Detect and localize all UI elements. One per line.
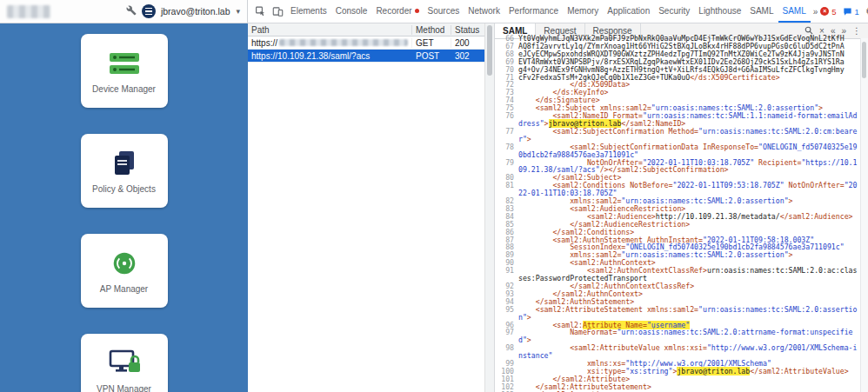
issues-badge[interactable]: 1 (843, 7, 859, 17)
app-logo (7, 5, 50, 18)
devtools-tab-performance[interactable]: Performance (504, 0, 563, 23)
line-number: 98 (497, 344, 518, 360)
main-area: Device ManagerPolicy & ObjectsAP Manager… (0, 23, 868, 392)
devtools-tab-application[interactable]: Application (603, 0, 654, 23)
request-path: https://10.109.21.38/saml/?acs (248, 51, 412, 61)
devtools-tab-saml[interactable]: SAML (745, 0, 778, 23)
code-text: <saml2:Conditions NotBefore="2022-01-11T… (518, 182, 858, 197)
line-number: 81 (497, 182, 518, 197)
error-count: 5 (831, 7, 836, 17)
scrollbar-thumb[interactable] (487, 25, 492, 76)
devtools-tab-recorder[interactable]: Recorder (371, 0, 423, 23)
chevron-down-icon[interactable]: ▾ (236, 7, 240, 16)
network-rows: https://GET200https://10.109.21.38/saml/… (248, 37, 484, 63)
code-line: 78 <saml2:SubjectConfirmationData InResp… (497, 143, 858, 159)
inspect-element-icon[interactable] (251, 1, 269, 22)
devtools-tab-elements[interactable]: Elements (286, 0, 331, 23)
sidebar-card-label: Policy & Objects (92, 184, 156, 194)
devtools-panel: Path Method Status https://GET200https:/… (248, 23, 868, 392)
panel-menu-kebab-icon[interactable]: ⋮ (852, 27, 861, 36)
devtools-tab-network[interactable]: Network (464, 0, 504, 23)
ap-manager-icon (110, 249, 139, 278)
device-toolbar-icon[interactable] (269, 1, 286, 22)
column-header-status[interactable]: Status (451, 25, 484, 35)
network-request-row[interactable]: https://10.109.21.38/saml/?acsPOST302 (248, 50, 484, 63)
scrollbar-thumb[interactable] (862, 42, 866, 78)
devtools-tab-saml[interactable]: SAML (778, 0, 811, 23)
code-text: <saml2:NameID Format="urn:oasis:names:tc… (518, 112, 858, 128)
code-line: 81 <saml2:Conditions NotBefore="2022-01-… (497, 182, 858, 197)
code-line: 77 <saml2:SubjectConfirmation Method="ur… (497, 128, 858, 143)
logged-in-user[interactable]: jbravo@triton.lab (161, 6, 230, 17)
clear-icon[interactable]: × (819, 27, 825, 36)
code-text: <saml2:SubjectConfirmation Method="urn:o… (518, 128, 858, 143)
code-line: 97 NameFormat="urn:oasis:names:tc:SAML:2… (497, 329, 858, 344)
line-number: 78 (497, 143, 518, 159)
next-match-chevron-icon[interactable]: » (841, 27, 846, 36)
previous-match-chevron-icon[interactable]: « (831, 27, 836, 36)
code-text: <saml2:AttributeStatement xmlns:saml2="u… (518, 306, 858, 322)
code-text: NameFormat="urn:oasis:names:tc:SAML:2.0:… (518, 329, 858, 344)
recording-dot-icon (415, 9, 419, 13)
devtools-tab-bar: ElementsConsoleRecorderSourcesNetworkPer… (248, 0, 868, 23)
column-header-method[interactable]: Method (412, 25, 451, 35)
code-line: 95 <saml2:AttributeStatement xmlns:saml2… (497, 306, 858, 322)
sidebar-card-label: AP Manager (100, 284, 148, 294)
line-number: 95 (497, 306, 518, 322)
redacted-url (279, 39, 408, 46)
saml-response-code[interactable]: 66Yt0VgWyhmLJqN3VXk2mPa0FJ9zPbNxRkQ0aaVu… (495, 35, 868, 392)
network-request-list: Path Method Status https://GET200https:/… (248, 23, 485, 392)
screen: jbravo@triton.lab ▾ ElementsConsoleRecor… (0, 0, 868, 392)
code-line: 98 <saml2:AttributeValue xmlns:xsi="http… (497, 344, 858, 360)
app-header: jbravo@triton.lab ▾ (0, 0, 248, 23)
code-line: 76 <saml2:NameID Format="urn:oasis:names… (497, 112, 858, 128)
app-sidebar: Device ManagerPolicy & ObjectsAP Manager… (0, 23, 248, 392)
code-line: 91 <saml2:AuthnContextClassRef>urn:oasis… (497, 267, 858, 282)
device-manager-icon (108, 49, 141, 78)
devtools-tab-console[interactable]: Console (331, 0, 372, 23)
code-text: <saml2:SubjectConfirmationData InRespons… (518, 143, 858, 159)
sidebar-card-policy-objects[interactable]: Policy & Objects (81, 134, 168, 208)
saml-code-scrollbar[interactable] (860, 38, 868, 392)
top-bar: jbravo@triton.lab ▾ ElementsConsoleRecor… (0, 0, 868, 23)
sidebar-card-device-manager[interactable]: Device Manager (81, 34, 168, 108)
devtools-tab-security[interactable]: Security (654, 0, 694, 23)
network-list-scrollbar[interactable] (485, 23, 495, 392)
message-icon (843, 7, 852, 17)
line-number: 76 (497, 112, 518, 128)
devtools-toolbar-right: × 5 1 ⚙ ⋮ (820, 6, 868, 17)
network-request-row[interactable]: https://GET200 (248, 37, 484, 50)
sidebar-card-label: VPN Manager (97, 384, 151, 392)
devtools-tab-sources[interactable]: Sources (424, 0, 464, 23)
saml-panel: SAMLRequestResponse × « » ⋮ 66Yt0VgWyhmL… (495, 23, 868, 392)
request-method: GET (412, 38, 451, 48)
line-number: 79 (497, 159, 518, 175)
network-list-header: Path Method Status (248, 23, 484, 37)
devtools-tabs: ElementsConsoleRecorderSourcesNetworkPer… (286, 0, 811, 23)
request-path: https:// (248, 38, 412, 48)
sidebar-card-label: Device Manager (92, 84, 156, 94)
request-status: 200 (451, 38, 484, 48)
error-badge[interactable]: × 5 (820, 7, 836, 17)
vpn-manager-icon (108, 349, 141, 378)
line-number: 97 (497, 329, 518, 344)
request-status: 302 (451, 51, 484, 61)
issue-count: 1 (855, 7, 859, 17)
code-text: NotOnOrAfter="2022-01-11T10:03:18.705Z" … (518, 159, 858, 175)
line-number: 91 (497, 267, 518, 282)
error-icon: × (820, 7, 829, 16)
wrench-icon[interactable] (126, 3, 137, 19)
code-text: <saml2:AttributeValue xmlns:xsi="http://… (518, 344, 858, 360)
code-text: <saml2:AuthnContextClassRef>urn:oasis:na… (518, 267, 858, 282)
policy-objects-icon (110, 149, 139, 178)
column-header-path[interactable]: Path (248, 25, 412, 35)
sidebar-card-ap-manager[interactable]: AP Manager (81, 234, 168, 308)
line-number: 77 (497, 128, 518, 143)
tab-overflow-chevron-icon[interactable]: » (811, 7, 821, 17)
code-line: 79 NotOnOrAfter="2022-01-11T10:03:18.705… (497, 159, 858, 175)
user-avatar[interactable] (142, 4, 156, 18)
devtools-tab-memory[interactable]: Memory (563, 0, 603, 23)
devtools-tab-lighthouse[interactable]: Lighthouse (694, 0, 745, 23)
request-method: POST (412, 51, 451, 61)
sidebar-card-vpn-manager[interactable]: VPN Manager (81, 334, 168, 392)
